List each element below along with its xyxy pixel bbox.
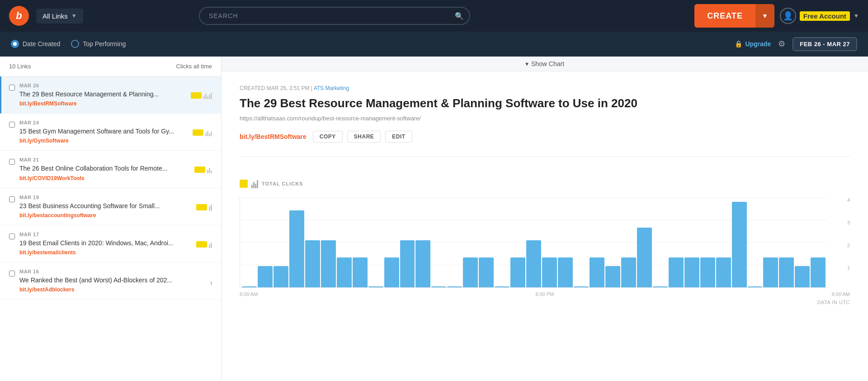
date-created-radio[interactable]: Date Created bbox=[11, 40, 60, 48]
bar-chart-icon bbox=[251, 179, 258, 188]
link-date: MAR 17 bbox=[19, 232, 192, 237]
share-button[interactable]: SHARE bbox=[347, 131, 381, 143]
edit-button[interactable]: EDIT bbox=[385, 131, 412, 143]
mini-bar bbox=[253, 182, 255, 188]
left-panel: 10 Links Clicks all time MAR 26 The 29 B… bbox=[0, 57, 222, 381]
x-axis: 8:00 AM 8:00 PM 8:00 AM bbox=[240, 288, 850, 297]
total-clicks-text: TOTAL CLICKS bbox=[262, 181, 303, 186]
link-title: 19 Best Email Clients in 2020: Windows, … bbox=[19, 239, 192, 247]
all-links-label: All Links bbox=[42, 12, 68, 20]
link-short: bit.ly/BestRMSoftware bbox=[19, 100, 186, 107]
list-item[interactable]: MAR 21 The 26 Best Online Collaboration … bbox=[0, 151, 221, 188]
link-item-content: MAR 24 15 Best Gym Management Software a… bbox=[19, 120, 188, 144]
show-chart-button[interactable]: ▾ Show Chart bbox=[525, 60, 564, 67]
all-links-button[interactable]: All Links ▼ bbox=[36, 9, 83, 24]
link-item-content: MAR 21 The 26 Best Online Collaboration … bbox=[19, 157, 190, 181]
logo-text: b bbox=[16, 10, 22, 22]
main-content: 10 Links Clicks all time MAR 26 The 29 B… bbox=[0, 57, 868, 381]
mini-bar bbox=[209, 168, 210, 173]
upgrade-button[interactable]: 🔒 Upgrade bbox=[735, 40, 771, 48]
radio-dot bbox=[13, 42, 17, 46]
header-right: CREATE ▼ 👤 Free Account ▼ bbox=[694, 4, 859, 28]
link-checkbox[interactable] bbox=[9, 159, 15, 165]
y-label-2: 2 bbox=[847, 243, 850, 248]
link-checkbox[interactable] bbox=[9, 85, 15, 90]
chart-bar bbox=[763, 257, 778, 287]
yellow-bar-icon bbox=[193, 129, 203, 136]
top-performing-label: Top Performing bbox=[83, 40, 126, 48]
link-item-right bbox=[196, 241, 212, 248]
chart-bars bbox=[240, 197, 827, 287]
link-short: bit.ly/bestaccountingsoftware bbox=[19, 212, 192, 219]
link-title: The 26 Best Online Collaboration Tools f… bbox=[19, 164, 190, 172]
detail-content: CREATED MAR 26, 3:51 PM | ATS Marketing … bbox=[222, 71, 868, 179]
search-input[interactable] bbox=[199, 7, 470, 25]
chart-bar bbox=[431, 286, 446, 287]
link-checkbox[interactable] bbox=[9, 271, 15, 276]
chevron-down-icon: ▼ bbox=[71, 13, 77, 19]
x-label-2: 8:00 PM bbox=[536, 291, 554, 297]
date-range-button[interactable]: FEB 26 - MAR 27 bbox=[793, 37, 857, 51]
chart-bar bbox=[495, 286, 509, 287]
campaign-link[interactable]: ATS Marketing bbox=[314, 85, 349, 91]
chart-bar bbox=[558, 257, 573, 287]
user-icon: 👤 bbox=[780, 8, 796, 24]
mini-chart-icon bbox=[211, 278, 212, 285]
show-chart-bar: ▾ Show Chart bbox=[222, 57, 868, 71]
mini-bar bbox=[211, 132, 212, 136]
top-performing-radio[interactable]: Top Performing bbox=[71, 40, 126, 48]
chart-bar bbox=[574, 286, 589, 287]
yellow-square-icon bbox=[240, 180, 248, 188]
sub-header-right: 🔒 Upgrade ⚙ FEB 26 - MAR 27 bbox=[735, 37, 857, 51]
chart-bar bbox=[510, 257, 525, 287]
link-title: 15 Best Gym Management Software and Tool… bbox=[19, 127, 188, 135]
list-item[interactable]: MAR 19 23 Best Business Accounting Softw… bbox=[0, 188, 221, 225]
list-item[interactable]: MAR 24 15 Best Gym Management Software a… bbox=[0, 114, 221, 151]
link-checkbox[interactable] bbox=[9, 233, 15, 239]
chart-bar bbox=[337, 257, 352, 287]
upgrade-label: Upgrade bbox=[745, 40, 771, 48]
link-date: MAR 24 bbox=[19, 120, 188, 125]
logo: b bbox=[9, 6, 29, 26]
link-checkbox[interactable] bbox=[9, 122, 15, 128]
create-dropdown-arrow[interactable]: ▼ bbox=[755, 4, 774, 28]
mini-bar bbox=[207, 131, 208, 136]
y-axis: 4 3 2 1 bbox=[844, 197, 850, 288]
link-item-content: MAR 26 The 29 Best Resource Management &… bbox=[19, 83, 186, 107]
chart-bar bbox=[526, 240, 541, 287]
chart-bar bbox=[258, 266, 273, 287]
mini-bar bbox=[255, 184, 256, 188]
list-item[interactable]: MAR 16 We Ranked the Best (and Worst) Ad… bbox=[0, 262, 221, 300]
chart-bar bbox=[384, 257, 399, 287]
link-date: MAR 26 bbox=[19, 83, 186, 88]
mini-chart-icon bbox=[209, 204, 212, 211]
left-panel-header: 10 Links Clicks all time bbox=[0, 57, 221, 76]
search-bar: 🔍 bbox=[199, 7, 470, 25]
chart-bar bbox=[368, 286, 383, 287]
link-item-right bbox=[194, 166, 212, 173]
link-title: The 29 Best Resource Management & Planni… bbox=[19, 90, 186, 98]
link-item-right bbox=[196, 204, 212, 211]
link-title: 23 Best Business Accounting Software for… bbox=[19, 202, 192, 210]
copy-button[interactable]: COPY bbox=[313, 131, 343, 143]
links-list: MAR 26 The 29 Best Resource Management &… bbox=[0, 76, 221, 378]
yellow-bar-icon bbox=[191, 92, 202, 99]
list-item[interactable]: MAR 17 19 Best Email Clients in 2020: Wi… bbox=[0, 225, 221, 262]
chart-bar bbox=[779, 257, 794, 287]
mini-bar bbox=[209, 95, 210, 99]
right-panel: ▾ Show Chart CREATED MAR 26, 3:51 PM | A… bbox=[222, 57, 868, 381]
created-label: CREATED MAR 26, 3:51 PM bbox=[240, 85, 310, 91]
list-item[interactable]: MAR 26 The 29 Best Resource Management &… bbox=[0, 76, 221, 114]
chart-bar bbox=[463, 257, 478, 287]
data-utc-label: DATA IN UTC bbox=[240, 297, 850, 308]
link-item-right bbox=[211, 278, 212, 285]
detail-meta: CREATED MAR 26, 3:51 PM | ATS Marketing bbox=[240, 85, 850, 91]
divider bbox=[240, 156, 850, 157]
mini-bar bbox=[209, 133, 210, 136]
chart-bar bbox=[684, 257, 699, 287]
link-short: bit.ly/bestAdblockers bbox=[19, 286, 206, 293]
create-button[interactable]: CREATE bbox=[694, 4, 755, 28]
filter-button[interactable]: ⚙ bbox=[778, 39, 785, 49]
chart-bar bbox=[590, 257, 604, 287]
link-checkbox[interactable] bbox=[9, 196, 15, 202]
